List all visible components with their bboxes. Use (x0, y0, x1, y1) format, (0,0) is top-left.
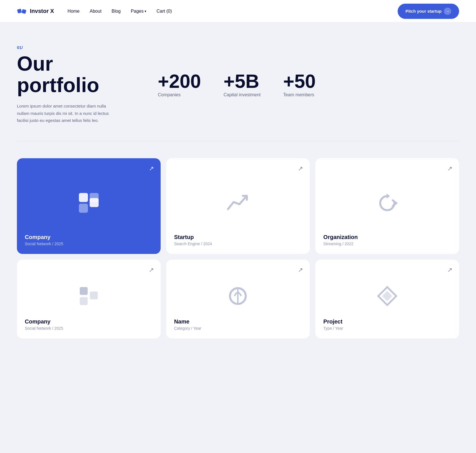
portfolio-card-6[interactable]: ↗ Project Type / Year (315, 260, 459, 338)
portfolio-card-2[interactable]: ↗ Startup Search Engine / 2024 (166, 158, 310, 254)
svg-rect-5 (90, 193, 99, 202)
portfolio-card-5[interactable]: ↗ Name Category / Year (166, 260, 310, 338)
stat-capital-number: +5B (223, 72, 261, 91)
stat-team: +50 Team members (283, 72, 316, 97)
featured-logo-icon (76, 190, 101, 215)
portfolio-card-1[interactable]: ↗ Company Social Network / 2025 (17, 158, 161, 254)
arrow-icon: → (444, 8, 451, 15)
svg-rect-8 (80, 297, 88, 305)
svg-rect-6 (80, 287, 88, 295)
pitch-startup-button[interactable]: Pitch your startup → (398, 4, 459, 19)
card-icon-area (227, 285, 249, 308)
svg-rect-7 (90, 291, 98, 299)
svg-rect-2 (79, 193, 88, 202)
stats-row: +200 Companies +5B Capital investment +5… (158, 72, 459, 97)
card-5-name: Name (174, 318, 302, 325)
card-arrow-icon: ↗ (149, 266, 154, 274)
card-4-sub: Social Network / 2025 (25, 326, 153, 331)
logo[interactable]: Invstor X (17, 6, 54, 16)
card-arrow-icon: ↗ (447, 165, 452, 172)
portfolio-section: ↗ Company Social Network / 2025 ↗ (0, 141, 476, 355)
circle-gray-icon (227, 285, 249, 307)
card-icon-area (78, 285, 100, 308)
hero-description: Lorem ipsum dolor amet consectetur diam … (17, 102, 113, 124)
stat-team-number: +50 (283, 72, 316, 91)
card-icon-area (376, 285, 398, 308)
card-arrow-icon: ↗ (447, 266, 452, 274)
trend-icon (227, 193, 249, 213)
card-2-name: Startup (174, 234, 302, 240)
card-4-bottom: Company Social Network / 2025 (25, 318, 153, 331)
card-6-bottom: Project Type / Year (323, 318, 451, 331)
nav-item-blog[interactable]: Blog (112, 9, 121, 14)
svg-rect-0 (17, 8, 22, 13)
card-icon-area (76, 190, 101, 217)
hero-section: 01/ Our portfolio Lorem ipsum dolor amet… (0, 23, 476, 141)
portfolio-card-3[interactable]: ↗ Organization Streaming / 2022 (315, 158, 459, 254)
nav-item-cart[interactable]: Cart (0) (156, 9, 172, 14)
stat-companies: +200 Companies (158, 72, 201, 97)
refresh-icon (376, 192, 398, 214)
card-icon-area (227, 193, 249, 214)
chevron-down-icon: ▾ (145, 9, 146, 13)
card-3-bottom: Organization Streaming / 2022 (323, 234, 451, 246)
card-4-name: Company (25, 318, 153, 325)
brand-name: Invstor X (30, 8, 54, 14)
nav-item-pages[interactable]: Pages ▾ (131, 9, 146, 14)
nav-item-home[interactable]: Home (68, 9, 80, 14)
navbar: Invstor X Home About Blog Pages ▾ Cart (… (0, 0, 476, 23)
squares-gray-icon (78, 285, 100, 307)
card-3-name: Organization (323, 234, 451, 240)
logo-icon (17, 6, 27, 16)
portfolio-card-4[interactable]: ↗ Company Social Network / 2025 (17, 260, 161, 338)
card-6-name: Project (323, 318, 451, 325)
nav-item-about[interactable]: About (90, 9, 101, 14)
svg-rect-4 (79, 204, 88, 213)
card-5-bottom: Name Category / Year (174, 318, 302, 331)
card-3-sub: Streaming / 2022 (323, 242, 451, 246)
card-2-sub: Search Engine / 2024 (174, 242, 302, 246)
card-2-bottom: Startup Search Engine / 2024 (174, 234, 302, 246)
svg-rect-1 (21, 9, 26, 14)
portfolio-grid: ↗ Company Social Network / 2025 ↗ (17, 158, 459, 338)
card-arrow-icon: ↗ (149, 165, 154, 172)
stat-capital-label: Capital investment (223, 92, 261, 97)
card-arrow-icon: ↗ (298, 266, 303, 274)
stat-companies-number: +200 (158, 72, 201, 91)
hero-title: Our portfolio (17, 53, 135, 96)
card-1-name: Company (25, 234, 153, 240)
diamond-gray-icon (376, 285, 398, 307)
card-5-sub: Category / Year (174, 326, 302, 331)
hero-left: 01/ Our portfolio Lorem ipsum dolor amet… (17, 45, 135, 124)
card-6-sub: Type / Year (323, 326, 451, 331)
svg-marker-11 (382, 291, 392, 301)
card-arrow-icon: ↗ (298, 165, 303, 172)
stat-team-label: Team members (283, 92, 316, 97)
stat-capital: +5B Capital investment (223, 72, 261, 97)
section-number: 01/ (17, 45, 135, 50)
card-1-sub: Social Network / 2025 (25, 242, 153, 246)
card-icon-area (376, 192, 398, 215)
stat-companies-label: Companies (158, 92, 201, 97)
nav-links: Home About Blog Pages ▾ Cart (0) (68, 9, 172, 14)
